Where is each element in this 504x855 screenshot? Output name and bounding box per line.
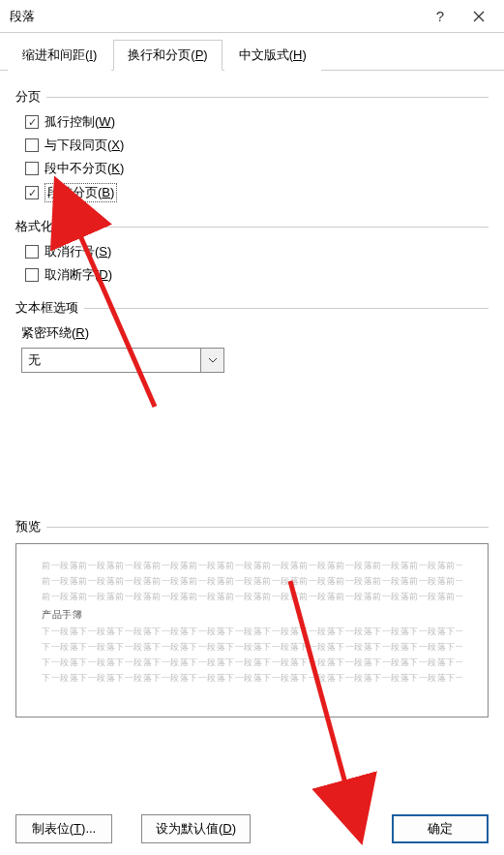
checkbox-label: 段中不分页(K): [44, 160, 124, 177]
checkbox-keep-with-next[interactable]: 与下段同页(X): [25, 137, 489, 154]
checkbox-icon: [25, 138, 39, 152]
close-button[interactable]: [460, 3, 498, 30]
checkbox-suppress-line-numbers[interactable]: 取消行号(S): [25, 243, 489, 260]
preview-before-text: 前一段落前一段落前一段落前一段落前一段落前一段落前一段落前一段落前一段落前一段落…: [42, 589, 462, 604]
chevron-down-icon: [208, 357, 218, 363]
combo-value: 无: [22, 349, 200, 372]
ok-button[interactable]: 确定: [392, 814, 489, 843]
tab-content: 分页 孤行控制(W) 与下段同页(X) 段中不分页(K) 段前分页(B) 格式化…: [0, 71, 504, 718]
checkbox-label: 取消行号(S): [44, 243, 111, 260]
set-default-button[interactable]: 设为默认值(D): [141, 814, 251, 843]
section-formatting-exceptions-label: 格式化例外项: [15, 218, 489, 235]
preview-after-text: 下一段落下一段落下一段落下一段落下一段落下一段落下一段落下一段落下一段落下一段落…: [42, 624, 462, 639]
preview-after-text: 下一段落下一段落下一段落下一段落下一段落下一段落下一段落下一段落下一段落下一段落…: [42, 639, 462, 655]
dialog-title: 段落: [10, 8, 421, 25]
checkbox-icon: [25, 186, 39, 199]
checkbox-keep-lines-together[interactable]: 段中不分页(K): [25, 160, 489, 177]
button-bar: 制表位(T)... 设为默认值(D) 确定: [0, 814, 504, 843]
checkbox-label: 取消断字(D): [44, 266, 112, 284]
section-textbox-options-label: 文本框选项: [15, 299, 489, 317]
checkbox-label: 段前分页(B): [44, 183, 117, 202]
combo-dropdown-button[interactable]: [200, 349, 223, 372]
tab-asian-layout[interactable]: 中文版式(H): [224, 40, 321, 71]
tight-wrap-combo[interactable]: 无: [21, 348, 224, 373]
preview-after-text: 下一段落下一段落下一段落下一段落下一段落下一段落下一段落下一段落下一段落下一段落…: [42, 670, 462, 686]
preview-sample-text: 产品手簿: [42, 606, 462, 623]
checkbox-dont-hyphenate[interactable]: 取消断字(D): [25, 266, 489, 284]
checkbox-widow-control[interactable]: 孤行控制(W): [25, 113, 489, 131]
checkbox-icon: [25, 162, 39, 175]
preview-before-text: 前一段落前一段落前一段落前一段落前一段落前一段落前一段落前一段落前一段落前一段落…: [42, 558, 462, 573]
tab-indent-spacing[interactable]: 缩进和间距(I): [8, 40, 111, 71]
checkbox-label: 与下段同页(X): [44, 137, 124, 154]
preview-after-text: 下一段落下一段落下一段落下一段落下一段落下一段落下一段落下一段落下一段落下一段落…: [42, 655, 462, 670]
section-pagination-label: 分页: [15, 88, 489, 106]
preview-before-text: 前一段落前一段落前一段落前一段落前一段落前一段落前一段落前一段落前一段落前一段落…: [42, 573, 462, 589]
tabs-button[interactable]: 制表位(T)...: [15, 814, 112, 843]
close-icon: [473, 11, 485, 22]
tab-strip: 缩进和间距(I) 换行和分页(P) 中文版式(H): [0, 33, 504, 71]
tab-line-page-breaks[interactable]: 换行和分页(P): [113, 40, 222, 71]
help-button[interactable]: ?: [421, 3, 460, 30]
preview-box: 前一段落前一段落前一段落前一段落前一段落前一段落前一段落前一段落前一段落前一段落…: [15, 543, 489, 718]
checkbox-label: 孤行控制(W): [44, 113, 115, 131]
titlebar: 段落 ?: [0, 0, 504, 33]
tight-wrap-label: 紧密环绕(R): [21, 324, 489, 342]
checkbox-icon: [25, 268, 39, 282]
checkbox-icon: [25, 115, 39, 129]
checkbox-page-break-before[interactable]: 段前分页(B): [25, 183, 489, 202]
checkbox-icon: [25, 245, 39, 259]
section-preview-label: 预览: [15, 518, 489, 535]
